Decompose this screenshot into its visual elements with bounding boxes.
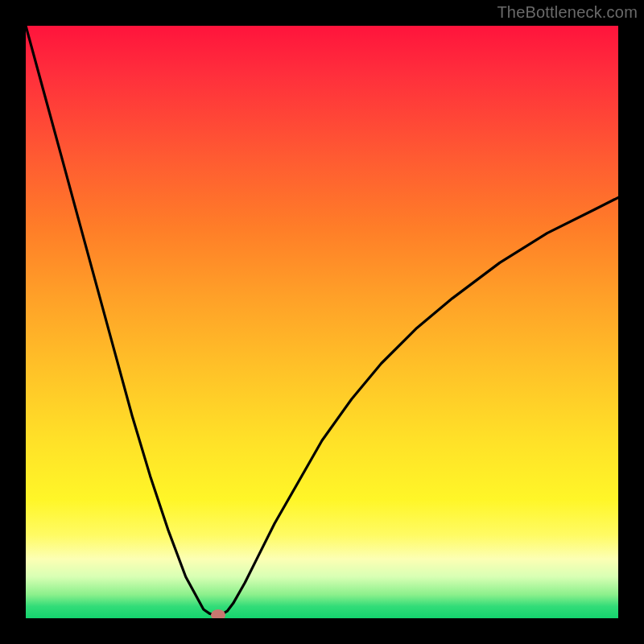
plot-area	[26, 26, 618, 618]
optimal-point-marker	[211, 609, 225, 618]
bottleneck-curve	[26, 26, 618, 618]
attribution-watermark: TheBottleneck.com	[497, 3, 638, 22]
